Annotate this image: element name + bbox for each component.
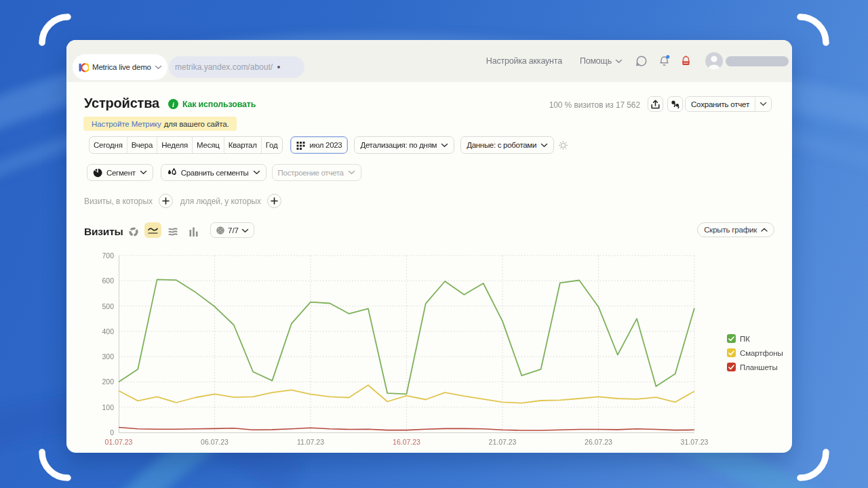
goals-ratio-dropdown[interactable]: 7/7: [210, 222, 254, 238]
period-preset-1[interactable]: Сегодня: [90, 137, 127, 153]
date-range-label: июл 2023: [310, 141, 342, 149]
y-axis-label: 200: [87, 378, 114, 386]
export-icon: [651, 100, 660, 109]
period-presets: СегодняВчераНеделяМесяцКварталГод: [89, 136, 283, 154]
period-preset-6[interactable]: Год: [261, 137, 282, 153]
info-icon: i: [168, 99, 178, 109]
save-report-button[interactable]: Сохранить отчет: [685, 96, 772, 112]
notifications-bell-icon[interactable]: [658, 55, 670, 67]
detalization-dropdown[interactable]: Детализация: по дням: [354, 136, 454, 154]
data-mode-dropdown[interactable]: Данные: с роботами: [460, 136, 554, 154]
period-preset-4[interactable]: Месяц: [192, 137, 224, 153]
chevron-down-icon: [615, 59, 623, 64]
chevron-up-icon: [761, 228, 768, 232]
x-axis-label: 16.07.23: [393, 438, 420, 446]
chevron-down-icon: [253, 170, 260, 175]
segment-row: Сегмент Сравнить сегменты Построение отч…: [87, 164, 361, 181]
legend-checkbox[interactable]: [727, 334, 736, 343]
chart-type-line-button[interactable]: [144, 222, 161, 238]
save-report-menu[interactable]: [755, 97, 771, 111]
y-axis-label: 0: [87, 428, 114, 436]
notification-dot: [666, 55, 669, 58]
chevron-down-icon: [441, 143, 448, 148]
plus-icon: [271, 197, 278, 205]
promo-icon[interactable]: [680, 55, 692, 67]
chevron-down-icon: [348, 170, 355, 175]
report-builder-label: Построение отчета: [278, 169, 344, 177]
goals-ratio-label: 7/7: [228, 226, 239, 235]
chart-type-donut-button[interactable]: [129, 227, 138, 239]
hide-chart-button[interactable]: Скрыть график: [697, 222, 774, 237]
legend-item-Планшеты[interactable]: Планшеты: [727, 363, 783, 371]
pie-icon: [93, 168, 102, 178]
legend-checkbox[interactable]: [727, 363, 736, 371]
setup-notice-text: для вашего сайта.: [164, 120, 229, 128]
date-range-button[interactable]: июл 2023: [290, 136, 349, 154]
help-menu[interactable]: Помощь: [580, 56, 623, 66]
period-preset-5[interactable]: Квартал: [224, 137, 261, 153]
widgets-button[interactable]: [667, 96, 683, 112]
chart-legend: ПКСмартфоныПланшеты: [727, 334, 783, 377]
plus-icon: [162, 197, 170, 205]
calendar-icon: [296, 141, 305, 150]
app-window: Metrica live demo metrika.yandex.com/abo…: [66, 40, 792, 453]
app-switcher-label: Metrica live demo: [92, 63, 151, 71]
legend-label: Планшеты: [740, 363, 778, 371]
legend-checkbox[interactable]: [727, 348, 736, 357]
how-to-use-link[interactable]: i Как использовать: [168, 99, 256, 109]
chevron-down-icon: [540, 143, 548, 148]
compare-segments-dropdown[interactable]: Сравнить сегменты: [161, 164, 267, 181]
data-mode-label: Данные: с роботами: [467, 141, 536, 149]
period-preset-3[interactable]: Неделя: [157, 137, 192, 153]
chart-metric-title: Визиты: [84, 226, 123, 238]
compare-segments-label: Сравнить сегменты: [181, 169, 249, 177]
chart-type-area-button[interactable]: [168, 227, 178, 239]
segment-dropdown[interactable]: Сегмент: [87, 164, 153, 181]
segment-label: Сегмент: [106, 169, 136, 177]
bracket-bottom-right: [800, 452, 826, 478]
how-to-use-label: Как использовать: [182, 100, 256, 109]
avatar[interactable]: [705, 52, 723, 70]
save-report-label: Сохранить отчет: [686, 100, 755, 108]
legend-item-ПК[interactable]: ПК: [727, 334, 783, 343]
legend-label: ПК: [740, 335, 750, 343]
browser-topbar: Metrica live demo metrika.yandex.com/abo…: [66, 40, 792, 82]
report-builder-dropdown[interactable]: Построение отчета: [272, 164, 361, 181]
settings-gear-icon[interactable]: [558, 140, 568, 150]
sample-info: 100 % визитов из 17 562: [549, 100, 640, 110]
x-axis-label: 01.07.23: [105, 438, 133, 446]
chat-icon[interactable]: [635, 55, 648, 67]
chevron-down-icon: [155, 65, 162, 70]
chart-type-columns-button[interactable]: [189, 227, 198, 239]
page-title: Устройства: [84, 96, 159, 111]
add-visit-filter-button[interactable]: [159, 194, 173, 208]
period-preset-2[interactable]: Вчера: [127, 137, 157, 153]
chevron-down-icon: [140, 170, 147, 175]
setup-metrica-link[interactable]: Настройте Метрику: [92, 120, 161, 128]
visits-filter-label: Визиты, в которых: [84, 197, 153, 206]
app-switcher[interactable]: Metrica live demo: [73, 54, 167, 80]
add-people-filter-button[interactable]: [267, 194, 281, 208]
filter-row: Визиты, в которых для людей, у которых: [84, 194, 281, 208]
period-row: СегодняВчераНеделяМесяцКварталГод июл 20…: [89, 136, 568, 154]
export-button[interactable]: [648, 96, 663, 112]
legend-label: Смартфоны: [740, 349, 783, 357]
stacked-area-icon: [168, 227, 178, 237]
bar-chart-icon: [189, 227, 198, 237]
x-axis-label: 26.07.23: [585, 438, 612, 446]
x-axis-label: 31.07.23: [681, 438, 709, 446]
setup-notice: Настройте Метрику для вашего сайта.: [83, 117, 237, 131]
y-axis-label: 600: [87, 277, 114, 285]
url-text: metrika.yandex.com/about/: [175, 62, 273, 72]
bracket-top-left: [42, 17, 68, 43]
metrica-logo-icon: [79, 62, 89, 73]
account-settings-link[interactable]: Настройка аккаунта: [486, 56, 562, 66]
url-bar[interactable]: metrika.yandex.com/about/: [169, 56, 304, 78]
widgets-icon: [671, 100, 680, 108]
chevron-down-icon: [760, 102, 767, 106]
legend-item-Смартфоны[interactable]: Смартфоны: [727, 348, 783, 357]
chevron-down-icon: [241, 226, 249, 235]
hide-chart-label: Скрыть график: [704, 226, 757, 234]
username-redacted: [726, 56, 789, 66]
bracket-bottom-left: [42, 452, 68, 478]
